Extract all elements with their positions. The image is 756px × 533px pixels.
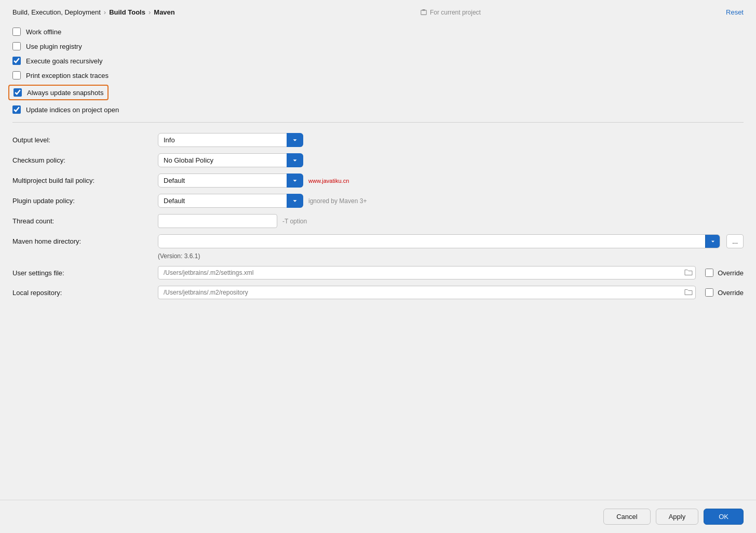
plugin-update-policy-label: Plugin update policy: [12, 197, 158, 205]
maven-home-label: Maven home directory: [12, 237, 158, 245]
user-settings-input[interactable] [158, 266, 696, 279]
settings-container: Build, Execution, Deployment › Build Too… [0, 0, 756, 533]
breadcrumb-part1: Build, Execution, Deployment [12, 8, 101, 16]
breadcrumb-sep2: › [148, 8, 151, 16]
work-offline-label[interactable]: Work offline [26, 28, 61, 36]
print-exceptions-label[interactable]: Print exception stack traces [26, 72, 109, 79]
multiproject-policy-label: Multiproject build fail policy: [12, 177, 158, 184]
apply-button[interactable]: Apply [656, 509, 699, 525]
svg-rect-0 [421, 10, 427, 15]
project-icon [420, 9, 427, 16]
local-repository-row: Local repository: Override [12, 283, 744, 302]
output-level-label: Output level: [12, 136, 158, 144]
breadcrumb-part3: Maven [154, 8, 174, 16]
output-level-row: Output level: Info Debug Warn Error [12, 130, 744, 150]
output-level-select-wrapper: Info Debug Warn Error [158, 133, 303, 147]
plugin-update-policy-control: Default Force update Never update Daily … [158, 194, 367, 208]
thread-count-label: Thread count: [12, 217, 158, 225]
cancel-button[interactable]: Cancel [603, 509, 650, 525]
local-repository-input[interactable] [158, 286, 696, 299]
plugin-update-policy-row: Plugin update policy: Default Force upda… [12, 191, 744, 211]
checkbox-row-print-exceptions: Print exception stack traces [12, 68, 744, 83]
thread-count-control: -T option [158, 214, 307, 228]
plugin-update-policy-select[interactable]: Default Force update Never update Daily [158, 194, 303, 208]
user-settings-override-wrap: Override [705, 269, 744, 277]
maven-home-select-container: Bundled (Maven 3) [158, 234, 720, 248]
output-level-control: Info Debug Warn Error [158, 133, 303, 147]
thread-count-hint: -T option [282, 218, 307, 225]
always-update-snapshots-checkbox[interactable] [14, 88, 22, 97]
execute-goals-checkbox[interactable] [12, 57, 21, 65]
checkbox-row-plugin-registry: Use plugin registry [12, 39, 744, 54]
local-repository-input-wrap [158, 286, 696, 299]
breadcrumb: Build, Execution, Deployment › Build Too… [12, 8, 175, 16]
local-repository-label: Local repository: [12, 289, 158, 297]
user-settings-label: User settings file: [12, 269, 158, 277]
user-settings-browse-icon[interactable] [684, 269, 693, 277]
checksum-policy-label: Checksum policy: [12, 156, 158, 164]
user-settings-override-checkbox[interactable] [705, 269, 713, 277]
breadcrumb-center: For current project [420, 9, 481, 16]
plugin-registry-label[interactable]: Use plugin registry [26, 43, 82, 50]
plugin-update-hint: ignored by Maven 3+ [308, 197, 367, 205]
local-repository-override-checkbox[interactable] [705, 288, 713, 297]
checksum-policy-select-wrapper: No Global Policy Fail Warn Ignore [158, 153, 303, 167]
user-settings-input-wrap [158, 266, 696, 279]
maven-version: (Version: 3.6.1) [158, 251, 744, 263]
multiproject-policy-select-wrapper: Default Fail at end No fail fast [158, 174, 303, 188]
print-exceptions-checkbox[interactable] [12, 71, 21, 79]
checkbox-row-work-offline: Work offline [12, 24, 744, 39]
checkbox-row-always-update: Always update snapshots [8, 85, 109, 100]
ok-button[interactable]: OK [704, 509, 744, 525]
project-label: For current project [430, 9, 481, 16]
local-repository-browse-icon[interactable] [684, 288, 693, 297]
maven-home-dropdown-btn[interactable] [705, 235, 720, 248]
user-settings-row: User settings file: Override [12, 263, 744, 283]
update-indices-label[interactable]: Update indices on project open [26, 106, 119, 114]
watermark: www.javatiku.cn [308, 178, 349, 184]
checksum-policy-row: Checksum policy: No Global Policy Fail W… [12, 150, 744, 170]
local-repository-control: Override [158, 286, 744, 299]
update-indices-checkbox[interactable] [12, 105, 21, 114]
content-area: Work offline Use plugin registry Execute… [0, 22, 756, 500]
reset-button[interactable]: Reset [726, 8, 744, 16]
work-offline-checkbox[interactable] [12, 28, 21, 36]
output-level-select[interactable]: Info Debug Warn Error [158, 133, 303, 147]
local-repository-override-wrap: Override [705, 288, 744, 297]
breadcrumb-sep1: › [104, 8, 106, 16]
checksum-policy-control: No Global Policy Fail Warn Ignore [158, 153, 303, 167]
separator [12, 122, 744, 123]
maven-home-row: Maven home directory: Bundled (Maven 3) … [12, 231, 744, 251]
form-section: Output level: Info Debug Warn Error [12, 130, 744, 302]
maven-home-input[interactable]: Bundled (Maven 3) [158, 235, 705, 248]
thread-count-row: Thread count: -T option [12, 211, 744, 231]
execute-goals-label[interactable]: Execute goals recursively [26, 57, 102, 65]
local-repository-override-label: Override [718, 289, 744, 297]
always-update-snapshots-wrapper: Always update snapshots [12, 83, 744, 102]
user-settings-control: Override [158, 266, 744, 279]
multiproject-policy-row: Multiproject build fail policy: Default … [12, 170, 744, 191]
svg-rect-1 [422, 9, 425, 10]
maven-home-control: Bundled (Maven 3) ... [158, 234, 744, 248]
maven-home-browse-btn[interactable]: ... [726, 234, 744, 248]
thread-count-input[interactable] [158, 214, 277, 228]
breadcrumb-part2: Build Tools [109, 8, 145, 16]
breadcrumb-bar: Build, Execution, Deployment › Build Too… [0, 0, 756, 22]
checkbox-row-execute-goals: Execute goals recursively [12, 54, 744, 68]
always-update-snapshots-label[interactable]: Always update snapshots [27, 89, 103, 97]
multiproject-policy-control: Default Fail at end No fail fast [158, 174, 303, 188]
user-settings-override-label: Override [718, 269, 744, 277]
plugin-registry-checkbox[interactable] [12, 42, 21, 50]
checkbox-row-update-indices: Update indices on project open [12, 102, 744, 117]
checksum-policy-select[interactable]: No Global Policy Fail Warn Ignore [158, 153, 303, 167]
plugin-update-policy-select-wrapper: Default Force update Never update Daily [158, 194, 303, 208]
bottom-bar: Cancel Apply OK [0, 500, 756, 533]
multiproject-policy-select[interactable]: Default Fail at end No fail fast [158, 174, 303, 188]
